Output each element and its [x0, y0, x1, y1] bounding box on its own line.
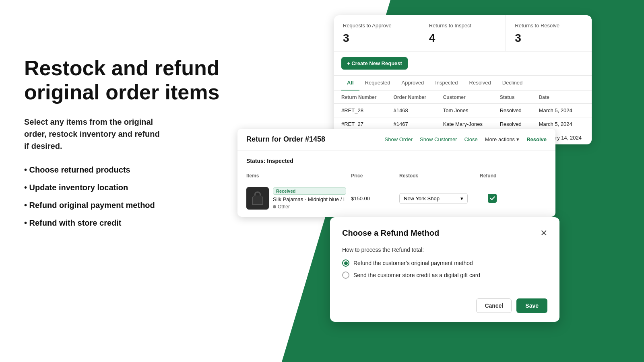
more-actions-button[interactable]: More actions ▾: [485, 136, 519, 142]
radio-label-original-payment: Refund the customer's original payment m…: [353, 260, 473, 266]
tabs-row: All Requested Approved Inspected Resolve…: [334, 76, 592, 90]
stat-requests-to-approve[interactable]: Requests to Approve 3: [334, 15, 420, 51]
radio-option-original-payment[interactable]: Refund the customer's original payment m…: [342, 259, 547, 267]
dialog-instruction: How to process the Refund total:: [342, 247, 547, 253]
status-label: Status: Inspected: [246, 158, 547, 164]
return-card-body: Status: Inspected Items Price Restock Re…: [237, 150, 555, 217]
radio-original-payment[interactable]: [342, 259, 349, 267]
cell-status: Resolved: [493, 104, 532, 117]
refund-checkbox[interactable]: [488, 194, 497, 203]
left-content: Restock and refundoriginal order items S…: [24, 56, 246, 235]
col-header-date: Date: [532, 90, 592, 104]
table-row[interactable]: #RET_28 #1468 Tom Jones Resolved March 5…: [334, 104, 592, 117]
cell-date: March 5, 2024: [532, 104, 592, 117]
item-row: Received Silk Pajamas - Midnight blue / …: [246, 187, 547, 210]
stat-value-requests: 3: [343, 32, 411, 45]
save-button[interactable]: Save: [516, 298, 547, 313]
col-price: Price: [351, 173, 399, 179]
create-new-request-button[interactable]: + Create New Request: [341, 57, 408, 70]
item-price: $150.00: [351, 195, 399, 202]
cell-customer: Tom Jones: [436, 104, 493, 117]
cancel-button[interactable]: Cancel: [476, 298, 512, 313]
radio-label-store-credit: Send the customer store credit as a digi…: [353, 272, 480, 278]
more-actions-label: More actions: [485, 136, 515, 142]
stat-label-inspect: Returns to Inspect: [429, 23, 497, 29]
refund-cell: [480, 194, 547, 203]
restock-cell: New York Shop ▾: [399, 193, 480, 204]
refund-dialog: Choose a Refund Method ✕ How to process …: [330, 217, 559, 322]
dialog-header: Choose a Refund Method ✕: [342, 228, 547, 238]
col-header-status: Status: [493, 90, 532, 104]
radio-option-store-credit[interactable]: Send the customer store credit as a digi…: [342, 272, 547, 279]
tab-resolved[interactable]: Resolved: [464, 76, 497, 90]
col-header-return-number: Return Number: [334, 90, 386, 104]
item-image: [246, 187, 269, 210]
col-header-customer: Customer: [436, 90, 493, 104]
return-card-header: Return for Order #1458 Show Order Show C…: [237, 129, 555, 150]
bullet-item-3: Refund original payment method: [24, 200, 246, 211]
sub-heading: Select any items from the originalorder,…: [24, 116, 246, 152]
close-icon[interactable]: ✕: [540, 229, 547, 238]
dropdown-arrow-icon: ▾: [460, 195, 463, 202]
bullet-list: Choose returned products Update inventor…: [24, 164, 246, 228]
return-detail-card: Return for Order #1458 Show Order Show C…: [237, 129, 555, 217]
dialog-footer: Cancel Save: [342, 291, 547, 313]
stat-value-inspect: 4: [429, 32, 497, 45]
bullet-item-2: Update inventory location: [24, 182, 246, 193]
col-items: Items: [246, 173, 351, 179]
item-name: Silk Pajamas - Midnight blue / L: [273, 196, 346, 202]
location-select[interactable]: New York Shop ▾: [399, 193, 468, 204]
stat-value-resolve: 3: [515, 32, 583, 45]
stat-label-requests: Requests to Approve: [343, 23, 411, 29]
col-restock: Restock: [399, 173, 480, 179]
main-panel: Requests to Approve 3 Returns to Inspect…: [334, 15, 592, 144]
resolve-button[interactable]: Resolve: [526, 136, 547, 142]
return-card-title: Return for Order #1458: [246, 135, 378, 144]
tab-declined[interactable]: Declined: [497, 76, 528, 90]
bullet-item-4: Refund with store credit: [24, 217, 246, 228]
col-header-order-number: Order Number: [386, 90, 436, 104]
toolbar: + Create New Request: [334, 51, 592, 76]
radio-store-credit[interactable]: [342, 272, 349, 279]
tab-approved[interactable]: Approved: [396, 76, 430, 90]
tab-requested[interactable]: Requested: [359, 76, 396, 90]
received-badge: Received: [273, 187, 346, 195]
other-badge: Other: [273, 204, 346, 210]
items-table-header: Items Price Restock Refund: [246, 171, 547, 182]
stat-label-resolve: Returns to Resolve: [515, 23, 583, 29]
cell-order-num: #1468: [386, 104, 436, 117]
stat-returns-to-inspect[interactable]: Returns to Inspect 4: [420, 15, 506, 51]
main-heading: Restock and refundoriginal order items: [24, 56, 246, 105]
dialog-title: Choose a Refund Method: [342, 228, 439, 238]
chevron-down-icon: ▾: [516, 136, 519, 142]
bullet-item-1: Choose returned products: [24, 164, 246, 175]
close-link[interactable]: Close: [464, 136, 477, 142]
item-info: Received Silk Pajamas - Midnight blue / …: [273, 187, 346, 210]
dialog-body: How to process the Refund total: Refund …: [342, 247, 547, 279]
show-order-link[interactable]: Show Order: [385, 136, 413, 142]
other-dot: [273, 205, 276, 208]
show-customer-link[interactable]: Show Customer: [420, 136, 457, 142]
cell-ret-num: #RET_28: [334, 104, 386, 117]
col-refund: Refund: [480, 173, 547, 179]
tab-inspected[interactable]: Inspected: [429, 76, 463, 90]
tab-all[interactable]: All: [341, 76, 359, 90]
stat-returns-to-resolve[interactable]: Returns to Resolve 3: [506, 15, 592, 51]
stats-row: Requests to Approve 3 Returns to Inspect…: [334, 15, 592, 51]
item-cell: Received Silk Pajamas - Midnight blue / …: [246, 187, 351, 210]
location-name: New York Shop: [404, 195, 458, 202]
